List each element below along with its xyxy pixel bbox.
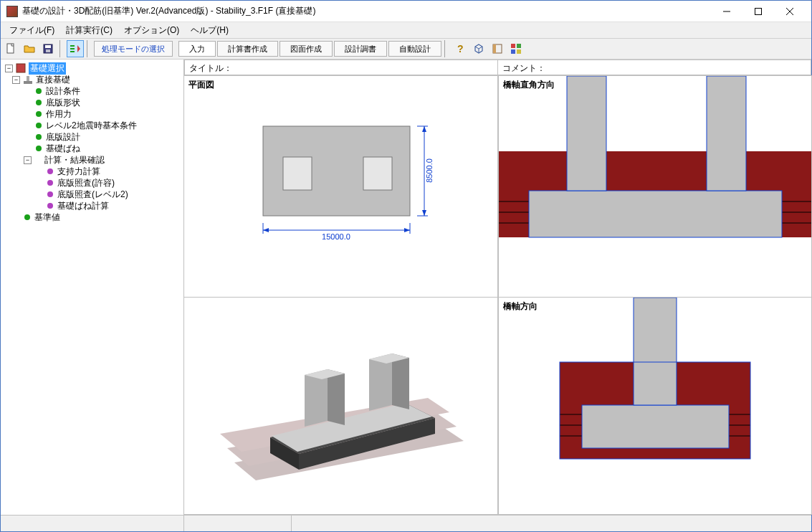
toolbar: 処理モードの選択 入力 計算書作成 図面作成 設計調書 自動設計 ? [1, 38, 811, 60]
svg-rect-56 [707, 76, 746, 191]
tree-bearing-calc[interactable]: 支持力計算 [2, 166, 182, 177]
bullet-icon [36, 134, 42, 140]
toggle-dock-button[interactable] [489, 40, 506, 57]
svg-rect-22 [283, 157, 312, 190]
tree-label: 直接基礎 [36, 74, 70, 86]
help-button[interactable]: ? [452, 40, 469, 57]
bullet-icon [47, 168, 53, 174]
toolbar-separator [444, 40, 449, 57]
tree-label: 作用力 [46, 108, 72, 120]
tab-input[interactable]: 入力 [178, 41, 216, 57]
svg-rect-16 [511, 49, 515, 54]
panel-title: 橋軸方向 [503, 300, 538, 313]
menu-option[interactable]: オプション(O) [118, 22, 185, 39]
expand-icon[interactable]: − [5, 65, 13, 72]
svg-rect-14 [511, 44, 515, 48]
plan-view-panel[interactable]: 平面図 15000.0 [184, 75, 498, 298]
title-header: タイトル： [184, 60, 498, 75]
tree-check-level2[interactable]: 底版照査(レベル2) [2, 189, 182, 200]
foundation-icon [23, 75, 33, 85]
tree-toggle-button[interactable] [67, 40, 84, 57]
tab-drawing[interactable]: 図面作成 [280, 41, 333, 57]
svg-rect-6 [45, 45, 51, 48]
palette-button[interactable] [507, 40, 525, 57]
maximize-button[interactable] [742, 1, 774, 22]
bullet-icon [47, 191, 53, 197]
svg-marker-42 [328, 369, 345, 425]
svg-rect-20 [27, 76, 29, 81]
toolbar-separator [59, 40, 64, 57]
app-icon [16, 63, 26, 73]
bullet-icon [36, 123, 42, 128]
perpendicular-section-panel[interactable]: 橋軸直角方向 [498, 75, 812, 298]
dim-width: 15000.0 [322, 232, 350, 241]
view3d-button[interactable] [470, 40, 487, 57]
svg-rect-9 [70, 48, 75, 49]
tab-design-report[interactable]: 設計調書 [334, 41, 387, 57]
svg-rect-10 [70, 51, 75, 52]
tree-standard[interactable]: 基準値 [2, 212, 182, 223]
menubar: ファイル(F) 計算実行(C) オプション(O) ヘルプ(H) [1, 22, 811, 38]
svg-rect-55 [567, 76, 606, 191]
right-panels: 橋軸直角方向 [498, 75, 812, 515]
perp-section-drawing [499, 76, 811, 298]
tree-check-allowable[interactable]: 底版照査(許容) [2, 177, 182, 189]
axial-section-drawing [499, 298, 811, 514]
tree-base-design[interactable]: 底版設計 [2, 131, 182, 143]
tree-label: 底版照査(レベル2) [57, 189, 128, 201]
tree-force[interactable]: 作用力 [2, 108, 182, 120]
svg-rect-13 [493, 44, 496, 53]
axial-section-panel[interactable]: 橋軸方向 [498, 298, 812, 515]
left-panels: 平面図 15000.0 [184, 75, 498, 515]
tree-level2[interactable]: レベル2地震時基本条件 [2, 120, 182, 131]
tab-auto-design[interactable]: 自動設計 [388, 41, 441, 57]
svg-rect-7 [46, 49, 50, 52]
svg-text:?: ? [457, 43, 464, 54]
tree-sidebar[interactable]: − 基礎選択 − 直接基礎 設計条件 底版形状 作用力 レベル2地震時基本条件 … [1, 60, 184, 515]
bullet-icon [47, 203, 53, 209]
isometric-view-panel[interactable] [184, 298, 498, 515]
comment-header: コメント： [498, 60, 811, 75]
tree-label: 底版形状 [46, 97, 80, 109]
tree-label: 設計条件 [46, 85, 80, 98]
dim-depth: 8500.0 [425, 158, 434, 183]
tree-label: 基礎ばね [46, 143, 80, 155]
open-file-button[interactable] [21, 40, 38, 57]
svg-rect-18 [16, 64, 25, 72]
tree-design-cond[interactable]: 設計条件 [2, 85, 182, 97]
menu-calc[interactable]: 計算実行(C) [60, 22, 118, 39]
save-button[interactable] [39, 40, 57, 57]
svg-rect-64 [582, 405, 729, 448]
bullet-icon [36, 88, 42, 94]
expand-icon[interactable]: − [12, 76, 20, 84]
tree-spring-calc[interactable]: 基礎ばね計算 [2, 200, 182, 212]
window-buttons [711, 1, 806, 22]
bullet-icon [47, 180, 53, 186]
status-cell [184, 516, 292, 531]
tree-base-shape[interactable]: 底版形状 [2, 97, 182, 108]
tree-label: 基準値 [34, 212, 60, 224]
bullet-icon [24, 214, 30, 220]
tree-results[interactable]: −計算・結果確認 [2, 154, 182, 166]
tree-label: 底版設計 [46, 131, 80, 143]
titlebar: 基礎の設計・3D配筋(旧基準) Ver.2(Advanced版) - Stabi… [1, 1, 811, 22]
minimize-button[interactable] [711, 1, 742, 22]
tree-direct-foundation[interactable]: − 直接基礎 [2, 74, 182, 85]
mode-select-button[interactable]: 処理モードの選択 [94, 41, 173, 57]
panels-row: 平面図 15000.0 [184, 75, 811, 515]
expand-icon[interactable]: − [24, 156, 32, 164]
tree-root[interactable]: − 基礎選択 [2, 62, 182, 74]
tree-label: 基礎ばね計算 [57, 200, 109, 212]
menu-help[interactable]: ヘルプ(H) [185, 22, 234, 39]
menu-file[interactable]: ファイル(F) [4, 22, 60, 39]
svg-marker-33 [422, 210, 426, 216]
tree-spring[interactable]: 基礎ばね [2, 143, 182, 154]
tree-label: 支持力計算 [57, 166, 100, 178]
close-button[interactable] [774, 1, 806, 22]
status-cell [292, 516, 811, 531]
main-area: タイトル： コメント： 平面図 [184, 60, 811, 515]
toolbar-separator [87, 40, 91, 57]
new-file-button[interactable] [2, 40, 19, 57]
bullet-icon [36, 111, 42, 117]
tab-calc-report[interactable]: 計算書作成 [217, 41, 278, 57]
